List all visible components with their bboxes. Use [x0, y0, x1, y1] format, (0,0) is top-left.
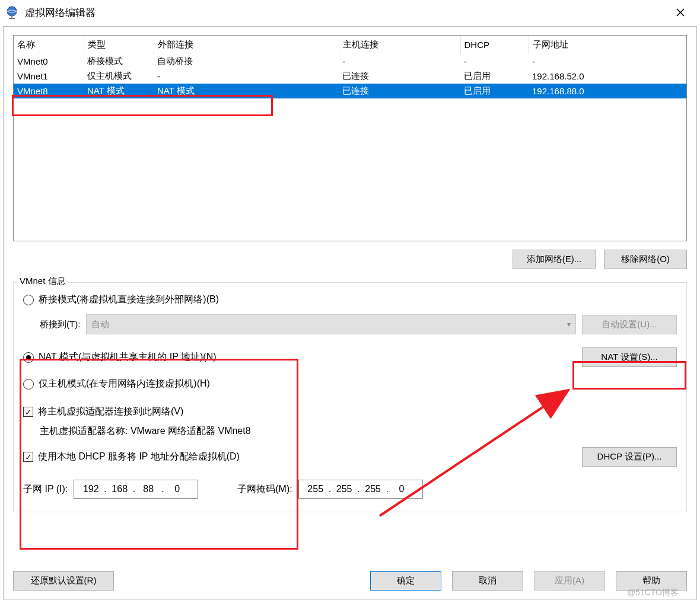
table-cell: VMnet1 [14, 69, 84, 84]
table-cell: - [154, 69, 339, 84]
table-cell: 已启用 [460, 84, 529, 98]
nat-settings-button[interactable]: NAT 设置(S)... [582, 347, 677, 367]
checkbox-icon [23, 452, 33, 462]
table-header-row: 名称 类型 外部连接 主机连接 DHCP 子网地址 [14, 36, 686, 54]
col-subnet[interactable]: 子网地址 [529, 36, 686, 54]
hostonly-mode-radio[interactable]: 仅主机模式(在专用网络内连接虚拟机)(H) [23, 378, 210, 390]
col-host[interactable]: 主机连接 [339, 36, 460, 54]
window-title: 虚拟网络编辑器 [25, 6, 96, 20]
connect-host-adapter-checkbox[interactable]: 将主机虚拟适配器连接到此网络(V) [23, 406, 183, 418]
bridged-mode-label: 桥接模式(将虚拟机直接连接到外部网络)(B) [39, 293, 219, 306]
ip-octet[interactable]: 88 [135, 484, 161, 494]
svg-point-0 [7, 7, 17, 16]
close-button[interactable] [667, 0, 694, 25]
hostonly-mode-label: 仅主机模式(在专用网络内连接虚拟机)(H) [39, 378, 210, 390]
titlebar: 虚拟网络编辑器 [0, 0, 700, 25]
ip-octet[interactable]: 255 [303, 484, 329, 494]
table-cell: 192.168.52.0 [529, 69, 686, 84]
ip-octet[interactable]: 0 [389, 484, 415, 494]
checkbox-icon [23, 407, 33, 417]
host-adapter-name: 主机虚拟适配器名称: VMware 网络适配器 VMnet8 [40, 425, 677, 438]
nat-mode-label: NAT 模式(与虚拟机共享主机的 IP 地址)(N) [39, 351, 217, 363]
remove-network-button[interactable]: 移除网络(O) [604, 250, 687, 269]
table-cell: NAT 模式 [84, 84, 154, 98]
use-dhcp-checkbox[interactable]: 使用本地 DHCP 服务将 IP 地址分配给虚拟机(D) [23, 451, 240, 463]
table-cell: 已连接 [339, 84, 460, 98]
connect-host-adapter-label: 将主机虚拟适配器连接到此网络(V) [38, 406, 183, 418]
ok-button[interactable]: 确定 [370, 571, 441, 591]
auto-settings-button: 自动设置(U)... [582, 315, 677, 334]
table-cell: VMnet8 [14, 84, 84, 98]
bridged-mode-radio[interactable]: 桥接模式(将虚拟机直接连接到外部网络)(B) [23, 293, 219, 306]
table-cell: 仅主机模式 [84, 69, 154, 84]
subnet-ip-input[interactable]: 192. 168. 88. 0 [74, 480, 198, 499]
table-cell: 已启用 [460, 69, 529, 84]
table-row[interactable]: VMnet1仅主机模式-已连接已启用192.168.52.0 [14, 69, 686, 84]
table-cell: 自动桥接 [154, 54, 339, 69]
table-cell: 已连接 [339, 69, 460, 84]
ip-octet[interactable]: 255 [331, 484, 357, 494]
radio-icon [23, 379, 34, 390]
col-name[interactable]: 名称 [14, 36, 84, 54]
dhcp-settings-button[interactable]: DHCP 设置(P)... [582, 447, 677, 467]
cancel-button[interactable]: 取消 [452, 571, 523, 591]
app-icon [5, 5, 19, 20]
subnet-ip-label: 子网 IP (I): [23, 483, 68, 496]
vmnet-info-legend: VMnet 信息 [17, 276, 68, 287]
restore-defaults-button[interactable]: 还原默认设置(R) [13, 571, 114, 591]
subnet-mask-input[interactable]: 255. 255. 255. 0 [298, 480, 423, 499]
col-external[interactable]: 外部连接 [154, 36, 339, 54]
ip-octet[interactable]: 0 [164, 484, 190, 494]
bridged-to-select: 自动 ▾ [86, 314, 576, 334]
ip-octet[interactable]: 168 [107, 484, 133, 494]
bridged-to-value: 自动 [91, 319, 109, 330]
watermark: @51CTO博客 [627, 588, 679, 598]
col-dhcp[interactable]: DHCP [460, 36, 529, 54]
use-dhcp-label: 使用本地 DHCP 服务将 IP 地址分配给虚拟机(D) [38, 451, 240, 463]
apply-button: 应用(A) [534, 571, 605, 591]
nat-mode-radio[interactable]: NAT 模式(与虚拟机共享主机的 IP 地址)(N) [23, 351, 217, 363]
table-cell: NAT 模式 [154, 84, 339, 98]
subnet-mask-label: 子网掩码(M): [237, 483, 292, 496]
svg-rect-2 [9, 18, 15, 19]
chevron-down-icon: ▾ [567, 320, 571, 328]
table-row[interactable]: VMnet0桥接模式自动桥接--- [14, 54, 686, 69]
ip-octet[interactable]: 192 [78, 484, 104, 494]
table-cell: 桥接模式 [84, 54, 154, 69]
table-cell: - [529, 54, 686, 69]
network-table[interactable]: 名称 类型 外部连接 主机连接 DHCP 子网地址 VMnet0桥接模式自动桥接… [13, 35, 687, 241]
ip-octet[interactable]: 255 [360, 484, 386, 494]
dialog-content: 名称 类型 外部连接 主机连接 DHCP 子网地址 VMnet0桥接模式自动桥接… [3, 26, 697, 599]
bridged-to-label: 桥接到(T): [40, 319, 80, 330]
table-cell: 192.168.88.0 [529, 84, 686, 98]
table-cell: - [460, 54, 529, 69]
radio-icon [23, 352, 34, 363]
add-network-button[interactable]: 添加网络(E)... [513, 250, 596, 269]
col-type[interactable]: 类型 [84, 36, 154, 54]
vmnet-info-group: VMnet 信息 桥接模式(将虚拟机直接连接到外部网络)(B) 桥接到(T): … [13, 282, 687, 512]
table-row[interactable]: VMnet8NAT 模式NAT 模式已连接已启用192.168.88.0 [14, 84, 686, 98]
radio-icon [23, 295, 34, 305]
table-cell: VMnet0 [14, 54, 84, 69]
table-cell: - [339, 54, 460, 69]
